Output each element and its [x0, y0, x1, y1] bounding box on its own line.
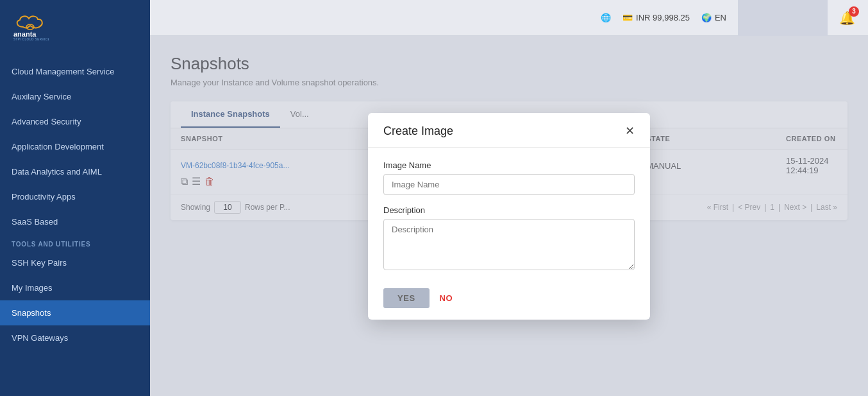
svg-text:STPI CLOUD SERVICES: STPI CLOUD SERVICES	[13, 38, 49, 41]
sidebar-navigation: Cloud Management Service Auxilary Servic…	[0, 53, 150, 396]
sidebar-item-productivity-apps[interactable]: Productivity Apps	[0, 184, 150, 209]
modal-body: Image Name Description	[368, 148, 650, 279]
yes-button[interactable]: YES	[383, 288, 430, 308]
modal-title: Create Image	[383, 125, 453, 138]
sidebar: ananta STPI CLOUD SERVICES Cloud Managem…	[0, 0, 150, 396]
sidebar-item-cloud-management[interactable]: Cloud Management Service	[0, 59, 150, 84]
sidebar-item-app-development[interactable]: Application Development	[0, 134, 150, 159]
language-selector[interactable]: 🌍 EN	[701, 13, 726, 22]
close-icon[interactable]: ✕	[625, 125, 635, 137]
sidebar-item-saas-based[interactable]: SaaS Based	[0, 209, 150, 234]
sidebar-item-data-analytics[interactable]: Data Analytics and AIML	[0, 159, 150, 184]
sidebar-item-vpn-gateways[interactable]: VPN Gateways	[0, 325, 150, 350]
sidebar-item-auxiliary[interactable]: Auxilary Service	[0, 84, 150, 109]
create-image-modal: Create Image ✕ Image Name Description YE…	[368, 113, 650, 320]
description-textarea[interactable]	[383, 219, 635, 270]
sidebar-item-advanced-security[interactable]: Advanced Security	[0, 109, 150, 134]
page-content: Snapshots Manage your Instance and Volum…	[150, 36, 868, 396]
sidebar-item-snapshots[interactable]: Snapshots	[0, 300, 150, 325]
sidebar-item-my-images[interactable]: My Images	[0, 275, 150, 300]
description-label: Description	[383, 205, 635, 215]
image-name-input[interactable]	[383, 174, 635, 195]
no-button[interactable]: NO	[440, 293, 453, 303]
image-name-label: Image Name	[383, 160, 635, 170]
globe-icon: 🌐	[601, 13, 611, 22]
language-icon: 🌍	[701, 13, 712, 22]
notification-bell[interactable]: 🔔 3	[839, 10, 855, 26]
tools-section-label: TOOLS AND UTILITIES	[0, 234, 150, 250]
notification-badge: 3	[849, 6, 859, 17]
modal-header: Create Image ✕	[368, 113, 650, 148]
globe-icon-item[interactable]: 🌐	[601, 13, 611, 22]
main-content: 🌐 💳 INR 99,998.25 🌍 EN 🔔 3 Snapshots Man…	[150, 0, 868, 396]
user-profile-area[interactable]	[738, 0, 828, 36]
modal-overlay: Create Image ✕ Image Name Description YE…	[150, 36, 868, 396]
currency-icon: 💳	[622, 13, 633, 22]
sidebar-logo: ananta STPI CLOUD SERVICES	[0, 0, 150, 53]
svg-text:ananta: ananta	[13, 30, 37, 38]
sidebar-item-ssh-key-pairs[interactable]: SSH Key Pairs	[0, 250, 150, 275]
modal-footer: YES NO	[368, 279, 650, 320]
topbar: 🌐 💳 INR 99,998.25 🌍 EN 🔔 3	[150, 0, 868, 36]
balance-display: 💳 INR 99,998.25	[622, 13, 690, 22]
